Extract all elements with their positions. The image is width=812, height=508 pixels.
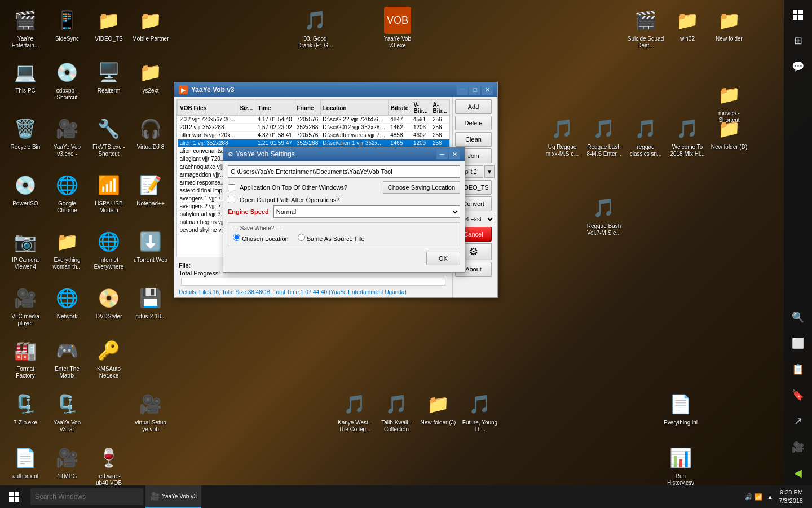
icon-internet-everywhere[interactable]: 🌐 Internet Everywhere (88, 226, 130, 273)
dialog-close[interactable]: ✕ (449, 149, 460, 159)
right-tb-btn-3[interactable]: 🔖 (785, 383, 810, 408)
icon-mobile-partner[interactable]: 📁 Mobile Partner (130, 5, 171, 45)
icon-talib-kwali[interactable]: 🎵 Talib Kwali - Collection (376, 388, 417, 435)
icon-win32[interactable]: 📁 win32 (667, 5, 708, 45)
icon-everything-woman[interactable]: 📁 Everything woman th... (46, 226, 88, 273)
settings-dialog: ⚙ YaaYe Vob Settings ─ ✕ Application On … (223, 147, 465, 273)
icon-future[interactable]: 🎵 Future, Young Th... (459, 388, 501, 435)
table-row[interactable]: after wards vjjr 720x...4.32 01:58:41720… (178, 132, 449, 139)
icon-reggae-classics[interactable]: 🎵 reggae classics sn... (625, 113, 667, 160)
right-tb-btn-2[interactable]: 📋 (785, 357, 810, 382)
choose-saving-btn[interactable]: Choose Saving Location (383, 181, 460, 194)
taskbar-clock[interactable]: 9:28 PM 7/3/2018 (779, 488, 807, 506)
icon-yaaye-vob-shortcut[interactable]: 🎥 YaaYe Vob v3.exe - (46, 113, 88, 160)
icon-good-drank[interactable]: 🎵 03. Good Drank (Ft. G... (294, 5, 336, 51)
taskbar: 🎥 YaaYe Vob v3 🔊 📶 ▲ 9:28 PM 7/3/2018 (0, 485, 812, 508)
icon-red-wine[interactable]: 🍷 red.wine-ub40.VOB (88, 442, 130, 489)
icon-fixvts[interactable]: 🔧 FixVTS.exe - Shortcut (88, 113, 130, 160)
minimize-button[interactable]: ─ (457, 85, 468, 95)
taskbar-search[interactable] (30, 488, 143, 505)
icon-reggae-bash-vol7[interactable]: 🎵 Reggae Bash Vol.7-M.S e... (583, 192, 625, 239)
icon-recycle-bin[interactable]: 🗑️ Recycle Bin (5, 113, 46, 153)
save-where-box: — Save Where? — Chosen Location Same As … (228, 222, 460, 246)
icon-network[interactable]: 🌐 Network (46, 282, 88, 322)
icon-format-factory[interactable]: 🏭 Format Factory (5, 335, 46, 382)
icon-google-chrome[interactable]: 🌐 Google Chrome (46, 169, 88, 216)
table-row[interactable]: 2.22 vjjr 720x567 20...4.17 01:54:40720x… (178, 116, 449, 124)
right-tb-task-view[interactable]: ⊞ (785, 28, 810, 53)
right-tb-action-center[interactable]: 💬 (785, 54, 810, 79)
close-button[interactable]: ✕ (482, 85, 493, 95)
icon-virtualdj8[interactable]: 🎧 VirtualDJ 8 (130, 113, 171, 153)
icon-yaaye-entertainment[interactable]: 🎬 YaaYe Entertain... (5, 5, 46, 51)
icon-cdbxpp[interactable]: 💿 cdbxpp - Shortcut (46, 56, 88, 103)
radio-chosen-location[interactable]: Chosen Location (233, 234, 289, 242)
icon-notepadpp[interactable]: 📝 Notepad++ (130, 169, 171, 209)
right-tb-start[interactable] (785, 2, 810, 27)
col-location: Location (320, 100, 388, 116)
icon-new-folder-top[interactable]: 📁 New folder (708, 5, 750, 45)
add-button[interactable]: Add (455, 99, 492, 114)
icon-welcome-2018[interactable]: 🎵 Welcome To 2018 Mix Hi... (667, 113, 708, 160)
checkbox-open-output-label: Open Output Path After Operations? (240, 196, 339, 203)
delete-button[interactable]: Delete (455, 116, 492, 130)
icon-enter-matrix[interactable]: 🎮 Enter The Matrix (46, 335, 88, 382)
settings-dialog-title: YaaYe Vob Settings (236, 150, 295, 158)
col-vbitr: V-Bitr... (411, 100, 430, 116)
start-button[interactable] (0, 485, 28, 508)
icon-rufus[interactable]: 💾 rufus-2.18... (130, 282, 171, 322)
ok-button[interactable]: OK (426, 252, 460, 265)
icon-vlc[interactable]: 🎥 VLC media player (5, 282, 46, 329)
path-input[interactable] (228, 165, 460, 178)
svg-rect-0 (793, 10, 797, 14)
icon-utorrent[interactable]: ⬇️ uTorrent Web (130, 226, 171, 266)
radio-row: Chosen Location Same As Source File (233, 234, 455, 242)
icon-7zip[interactable]: 🗜️ 7-Zip.exe (5, 388, 46, 428)
right-tb-btn-1[interactable]: ⬜ (785, 331, 810, 356)
dialog-body: Application On Top Of Other Windows? Cho… (223, 161, 465, 272)
icon-yaaye-vob-rar[interactable]: 🗜️ YaaYe Vob v3.rar (46, 388, 88, 435)
table-row[interactable]: alien 1 vjjr 352x2881.21 01:59:47352x288… (178, 139, 449, 147)
engine-speed-label: Engine Speed (228, 208, 269, 215)
icon-run-history[interactable]: 📊 Run History.csv (660, 442, 701, 489)
icon-new-folder-d[interactable]: 📁 New folder (D) (708, 113, 750, 153)
icon-kmsauto[interactable]: 🔑 KMSAuto Net.exe (88, 335, 130, 382)
icon-ys2ext[interactable]: 📁 ys2ext (130, 56, 171, 97)
clean-button[interactable]: Clean (455, 132, 492, 147)
icon-ug-reggae[interactable]: 🎵 Ug Reggae mixx-M.S e... (541, 113, 583, 160)
icon-video-ts[interactable]: 📁 VIDEO_TS (88, 5, 130, 45)
right-tb-search[interactable]: 🔍 (785, 305, 810, 330)
icon-virtual-setup[interactable]: 🎥 virtual Setup ye.vob (130, 388, 171, 435)
icon-new-folder-3[interactable]: 📁 New folder (3) (417, 388, 459, 428)
right-tb-btn-6[interactable]: ◀ (785, 461, 810, 485)
right-tb-btn-5[interactable]: 🎥 (785, 435, 810, 459)
icon-everything-ini[interactable]: 📄 Everything.ini (660, 388, 701, 428)
table-row[interactable]: 2012 vjjr 352x2881.57 02:23:02352x288D:\… (178, 124, 449, 132)
icon-1tmpg[interactable]: 🎥 1TMPG (46, 442, 88, 482)
icon-dvdstyler[interactable]: 📀 DVDStyler (88, 282, 130, 322)
maximize-button[interactable]: □ (469, 85, 480, 95)
show-desktop-button[interactable] (807, 485, 812, 508)
icon-realterm[interactable]: 🖥️ Realterm (88, 56, 130, 97)
settings-dialog-titlebar[interactable]: ⚙ YaaYe Vob Settings ─ ✕ (223, 147, 465, 161)
split-dropdown[interactable]: ▼ (484, 165, 495, 178)
icon-yaaye-vob-exe[interactable]: VOB YaaYe Vob v3.exe (377, 5, 418, 51)
icon-poweriso[interactable]: 💿 PowerISO (5, 169, 46, 209)
icon-suicide-squad[interactable]: 🎬 Suicide Squad Deat... (625, 5, 667, 51)
show-hidden-icons[interactable]: ▲ (767, 493, 773, 500)
icon-ip-camera[interactable]: 📷 IP Camera Viewer 4 (5, 226, 46, 273)
icon-this-pc[interactable]: 💻 This PC (5, 56, 46, 97)
icon-hspa-usb[interactable]: 📶 HSPA USB Modem (88, 169, 130, 216)
dialog-minimize[interactable]: ─ (436, 149, 448, 159)
icon-reggae-bash[interactable]: 🎵 Reggae bash 8-M.S Enter... (583, 113, 625, 160)
right-tb-btn-4[interactable]: ↗ (785, 409, 810, 433)
taskbar-yaaye-vob[interactable]: 🎥 YaaYe Vob v3 (145, 485, 201, 508)
icon-author-xml[interactable]: 📄 author.xml (5, 442, 46, 482)
radio-same-source[interactable]: Same As Source File (298, 234, 365, 242)
checkbox-open-output[interactable] (228, 196, 235, 203)
checkbox-on-top[interactable] (228, 184, 235, 191)
engine-speed-select[interactable]: Normal Fast Slow (273, 205, 460, 218)
icon-sidescync[interactable]: 📱 SideSync (46, 5, 88, 45)
icon-kanye-west[interactable]: 🎵 Kanye West - The Colleg... (334, 388, 376, 435)
window-titlebar[interactable]: ▶ YaaYe Vob v3 ─ □ ✕ (174, 82, 497, 97)
